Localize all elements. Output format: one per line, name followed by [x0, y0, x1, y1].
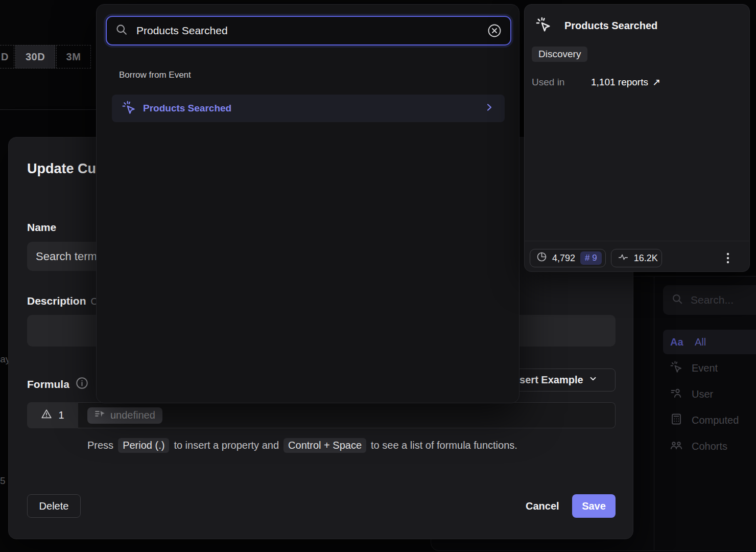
- sidebar-item-user[interactable]: User: [663, 382, 756, 406]
- event-panel-header: Products Searched: [536, 17, 657, 34]
- name-label: Name: [27, 221, 56, 234]
- formula-help-text: Press Period (.) to insert a property an…: [87, 438, 517, 453]
- event-panel-title: Products Searched: [564, 20, 657, 32]
- search-result-products-searched[interactable]: Products Searched: [112, 95, 505, 122]
- clear-search-button[interactable]: [487, 23, 502, 38]
- sidebar-item-label: Cohorts: [692, 441, 727, 452]
- search-icon: [115, 23, 128, 38]
- warning-icon: [41, 408, 52, 422]
- used-in-reports-link[interactable]: 1,101 reports ↗: [591, 76, 660, 88]
- insert-example-label: Insert Example: [510, 374, 583, 386]
- help-text-fragment: Press: [87, 440, 113, 451]
- control-space-key-chip: Control + Space: [284, 438, 366, 453]
- app-root: D 30D 3M lay 5 Search... Aa All Event: [0, 0, 756, 552]
- event-volume-pill[interactable]: 16.2K: [611, 249, 662, 267]
- event-rank-badge: # 9: [580, 251, 602, 265]
- borrow-event-search-modal: Borrow from Event Products Searched: [96, 4, 519, 403]
- borrow-from-event-heading: Borrow from Event: [119, 70, 191, 80]
- computed-icon: [670, 413, 682, 428]
- pie-chart-icon: [536, 251, 547, 265]
- dialog-title: Update Cu: [27, 161, 96, 177]
- used-in-value: 1,101 reports: [591, 77, 648, 88]
- event-detail-panel: Products Searched Discovery Used in 1,10…: [524, 4, 750, 272]
- used-in-label: Used in: [532, 77, 591, 88]
- cancel-button[interactable]: Cancel: [517, 494, 568, 518]
- category-badge: Discovery: [532, 47, 587, 62]
- period-key-chip: Period (.): [118, 438, 169, 453]
- description-label: Description: [27, 295, 86, 307]
- time-range-7d[interactable]: D: [0, 45, 14, 68]
- tray-divider: [654, 277, 654, 550]
- event-icon: [536, 17, 551, 34]
- text-format-icon: Aa: [670, 336, 686, 348]
- event-search-box: [106, 16, 511, 45]
- help-text-fragment: to insert a property and: [174, 440, 279, 451]
- chevron-right-icon: [484, 102, 494, 114]
- event-stats-row: 4,792 # 9 16.2K: [530, 249, 744, 267]
- event-count-pill[interactable]: 4,792 # 9: [530, 249, 606, 267]
- event-volume-value: 16.2K: [634, 253, 658, 264]
- cohorts-icon: [670, 439, 682, 454]
- more-options-button[interactable]: [721, 249, 735, 267]
- activity-pulse-icon: [618, 251, 629, 265]
- time-range-30d[interactable]: 30D: [15, 45, 55, 68]
- sidebar-item-label: User: [692, 388, 713, 400]
- event-search-input[interactable]: [136, 25, 479, 37]
- clipped-text-fragment: 5: [0, 475, 8, 487]
- help-text-fragment: to see a list of formula functions.: [371, 440, 517, 451]
- sidebar-item-all[interactable]: Aa All: [663, 330, 756, 354]
- event-count-value: 4,792: [552, 253, 575, 264]
- formula-input[interactable]: undefined: [78, 402, 616, 428]
- formula-label-row: Formula: [27, 377, 88, 392]
- time-range-group: D 30D 3M: [0, 45, 91, 68]
- user-icon: [670, 387, 682, 402]
- sidebar-item-label: All: [695, 336, 706, 348]
- formula-error-count[interactable]: 1: [27, 402, 78, 428]
- sidebar-item-label: Event: [692, 362, 718, 374]
- event-icon: [122, 101, 136, 117]
- event-property-icon: [94, 408, 106, 422]
- property-chip-label: undefined: [110, 409, 155, 421]
- time-range-3m[interactable]: 3M: [56, 45, 91, 68]
- undefined-property-chip[interactable]: undefined: [87, 407, 162, 424]
- sidebar-search-placeholder: Search...: [691, 294, 734, 306]
- formula-label: Formula: [27, 378, 69, 390]
- sidebar-search-box[interactable]: Search...: [663, 285, 756, 315]
- property-type-list: Aa All Event User: [663, 330, 756, 458]
- result-label: Products Searched: [143, 103, 477, 114]
- external-link-icon: ↗: [652, 76, 660, 88]
- chevron-down-icon: [588, 374, 598, 386]
- save-button[interactable]: Save: [572, 494, 616, 518]
- panel-divider: [525, 241, 749, 241]
- event-icon: [670, 361, 682, 376]
- info-icon[interactable]: [76, 377, 88, 392]
- sidebar-item-label: Computed: [692, 415, 739, 426]
- sidebar-item-event[interactable]: Event: [663, 356, 756, 380]
- delete-button[interactable]: Delete: [27, 494, 81, 518]
- sidebar-item-computed[interactable]: Computed: [663, 408, 756, 432]
- used-in-row: Used in 1,101 reports ↗: [532, 76, 660, 88]
- search-icon: [671, 293, 683, 307]
- sidebar-item-cohorts[interactable]: Cohorts: [663, 434, 756, 458]
- description-label-row: Description O: [27, 295, 98, 307]
- error-count-value: 1: [58, 409, 64, 421]
